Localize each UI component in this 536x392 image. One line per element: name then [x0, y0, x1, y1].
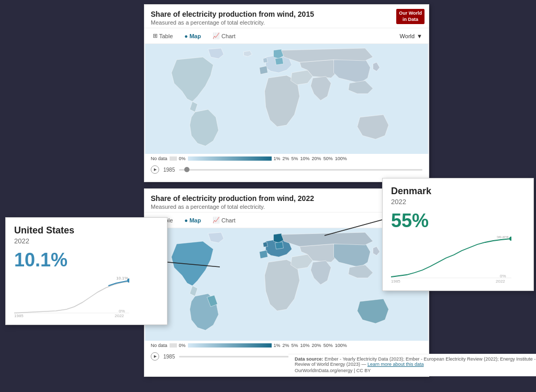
chart-tab-top[interactable]: 📈 Chart — [210, 31, 238, 40]
us-popup-year: 2022 — [14, 237, 159, 245]
svg-point-11 — [509, 237, 511, 241]
us-mini-chart: 10.1% 1985 2022 0% — [14, 275, 129, 317]
dk-mini-chart-svg: 56.8% 1985 2022 0% — [391, 236, 511, 283]
year-start-bottom: 1985 — [163, 354, 175, 360]
dk-mini-chart: 56.8% 1985 2022 0% — [391, 236, 511, 283]
chart-tab-bottom[interactable]: 📈 Chart — [210, 216, 238, 225]
svg-text:0%: 0% — [119, 309, 125, 313]
top-panel-subtitle: Measured as a percentage of total electr… — [151, 19, 422, 26]
top-world-map-svg — [144, 44, 429, 154]
top-panel-title: Share of electricity production from win… — [151, 10, 422, 18]
timeline-bar-top[interactable] — [179, 169, 422, 171]
owid-badge-top: Our World in Data — [396, 9, 425, 24]
map-tab-bottom[interactable]: ● Map — [182, 216, 203, 225]
play-button-bottom[interactable]: ▶ — [151, 352, 159, 361]
learn-more-link[interactable]: Learn more about this data — [367, 362, 424, 367]
dk-popup-card: Denmark 2022 55% 56.8% 1985 2022 0% — [382, 178, 534, 291]
top-panel-header: Share of electricity production from win… — [144, 5, 429, 28]
dk-popup-country: Denmark — [391, 186, 525, 197]
top-map-area — [144, 44, 429, 154]
dk-popup-value: 55% — [391, 210, 525, 232]
dk-popup-year: 2022 — [391, 198, 525, 206]
top-chart-panel: Share of electricity production from win… — [144, 4, 429, 182]
us-mini-chart-svg: 10.1% 1985 2022 0% — [14, 275, 129, 317]
top-panel-controls: ⊞ Table ● Map 📈 Chart World ▼ — [144, 28, 429, 44]
svg-text:2022: 2022 — [496, 279, 505, 283]
legend-gradient-bar-top — [188, 156, 272, 161]
table-tab-top[interactable]: ⊞ Table — [151, 31, 175, 40]
us-popup-country: United States — [14, 225, 159, 236]
top-timeline: ▶ 1985 — [144, 163, 429, 176]
svg-text:56.8%: 56.8% — [497, 236, 509, 239]
play-button-top[interactable]: ▶ — [151, 165, 159, 174]
map-tab-top[interactable]: ● Map — [182, 32, 203, 40]
world-dropdown-top[interactable]: World ▼ — [400, 33, 422, 39]
legend-no-data-box — [170, 156, 177, 161]
data-source: Data source: Ember - Yearly Electricity … — [288, 354, 536, 376]
us-popup-value: 10.1% — [14, 249, 159, 271]
year-start-top: 1985 — [163, 167, 175, 173]
svg-text:0%: 0% — [500, 274, 506, 278]
us-popup-card: United States 2022 10.1% 10.1% 1985 2022… — [5, 217, 168, 325]
svg-text:1985: 1985 — [391, 279, 400, 283]
bottom-legend: No data 0% 1% 2% 5% 10% 20% 50% 100% — [144, 341, 429, 350]
legend-gradient-bar-bottom — [188, 343, 272, 348]
svg-text:10.1%: 10.1% — [116, 276, 128, 281]
svg-text:2022: 2022 — [115, 313, 124, 317]
main-container: Share of electricity production from win… — [0, 0, 536, 392]
legend-no-data-box-bottom — [170, 343, 177, 348]
top-legend: No data 0% 1% 2% 5% 10% 20% 50% 100% — [144, 154, 429, 163]
svg-text:1985: 1985 — [14, 313, 24, 317]
timeline-handle-top[interactable] — [184, 167, 189, 172]
